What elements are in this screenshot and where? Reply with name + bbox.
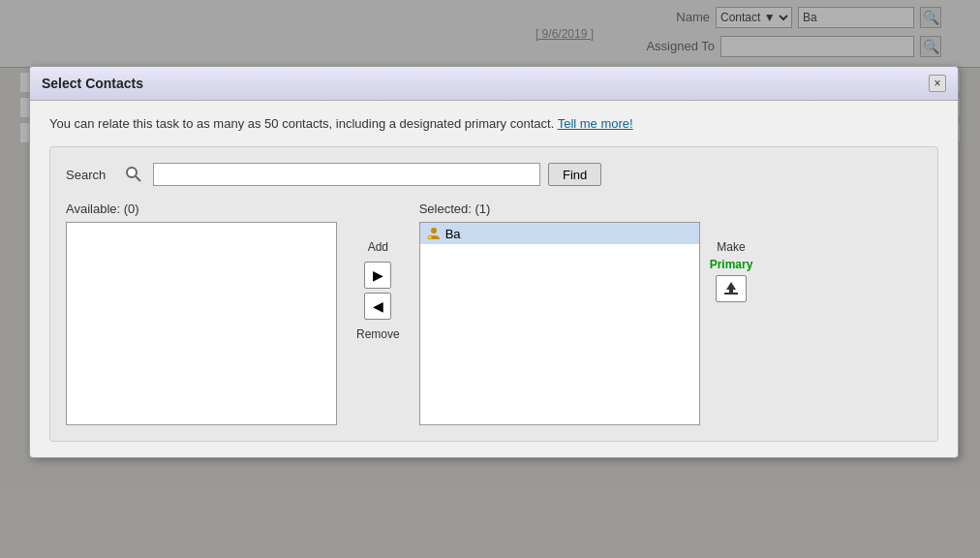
available-list-box (66, 222, 337, 425)
tell-me-more-link[interactable]: Tell me more! (558, 116, 633, 131)
search-icon (122, 163, 145, 186)
svg-rect-5 (724, 293, 738, 294)
selected-item-text: Ba (445, 227, 461, 241)
list-item[interactable]: Ba (420, 223, 699, 244)
upload-icon (722, 280, 740, 297)
svg-line-1 (136, 176, 140, 181)
person-icon (426, 226, 442, 241)
info-text-content: You can relate this task to as many as 5… (49, 116, 554, 131)
search-input[interactable] (153, 163, 540, 186)
middle-controls: Add ▶ ◀ Remove (337, 240, 419, 341)
search-label: Search (66, 168, 114, 182)
make-primary-text: Make (717, 240, 745, 254)
selected-label: Selected: (1) (419, 202, 700, 216)
select-contacts-modal: Select Contacts × You can relate this ta… (29, 66, 959, 458)
selected-list-section: Selected: (1) Ba (419, 202, 700, 425)
svg-point-2 (431, 228, 437, 233)
svg-point-0 (127, 168, 137, 177)
svg-point-4 (428, 235, 432, 239)
modal-body: You can relate this task to as many as 5… (30, 101, 958, 457)
selected-list-box: Ba (419, 222, 700, 425)
search-row: Search Find (66, 163, 922, 186)
available-label: Available: (0) (66, 202, 337, 216)
info-text: You can relate this task to as many as 5… (49, 116, 938, 131)
remove-label: Remove (356, 327, 400, 341)
modal-close-button[interactable]: × (929, 75, 946, 92)
make-primary-button[interactable] (716, 275, 747, 302)
add-label: Add (368, 240, 388, 254)
lists-area: Available: (0) Add ▶ ◀ Remove Selected: … (66, 202, 922, 425)
add-button[interactable]: ▶ (364, 262, 391, 289)
modal-header: Select Contacts × (30, 67, 958, 101)
available-list-section: Available: (0) (66, 202, 337, 425)
right-controls: Make Primary (700, 240, 763, 302)
primary-text: Primary (710, 258, 753, 271)
search-area: Search Find Available: (0) (49, 146, 938, 442)
modal-title: Select Contacts (42, 76, 143, 91)
svg-marker-6 (726, 282, 736, 293)
remove-button[interactable]: ◀ (364, 293, 391, 320)
find-button[interactable]: Find (548, 163, 601, 186)
